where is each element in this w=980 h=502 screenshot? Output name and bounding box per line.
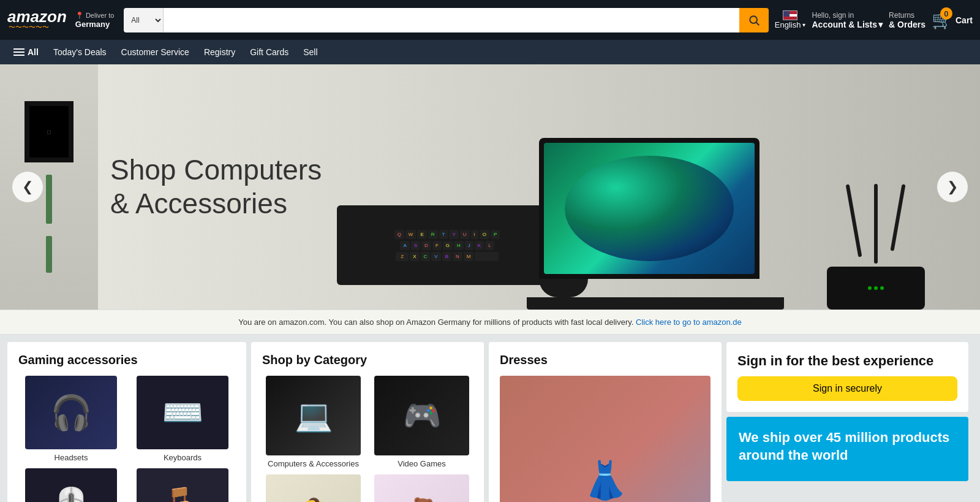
deliver-to-country: Germany [75, 20, 115, 29]
gaming-item-headsets[interactable]: 🎧 Headsets [18, 376, 124, 462]
signin-button[interactable]: Sign in securely [737, 376, 957, 401]
search-bar: All [124, 8, 769, 32]
gaming-card-title: Gaming accessories [18, 353, 235, 367]
keyboards-image: ⌨️ [137, 376, 228, 449]
account-lists-label: Account & Lists [812, 20, 877, 29]
logo-smile: 〜〜〜〜〜〜 [9, 23, 49, 32]
nav-item-sell[interactable]: Sell [297, 42, 323, 62]
headsets-label: Headsets [55, 453, 88, 462]
amazon-de-link[interactable]: Click here to go to amazon.de [636, 318, 742, 327]
nav-item-customer-service[interactable]: Customer Service [115, 42, 195, 62]
language-selector[interactable]: English ▾ [775, 10, 806, 29]
category-grid: 💻 Computers & Accessories 🎮 Video Games … [262, 376, 473, 502]
nav-item-gift-cards[interactable]: Gift Cards [244, 42, 295, 62]
chair-emoji: 🪑 [162, 485, 204, 503]
mouse-emoji: 🖱️ [50, 485, 92, 503]
computers-label: Computers & Accessories [268, 459, 359, 468]
gaming-item-chair[interactable]: 🪑 [130, 468, 235, 502]
account-menu[interactable]: Hello, sign in Account & Lists ▾ [812, 11, 883, 29]
category-computers[interactable]: 💻 Computers & Accessories [262, 376, 364, 468]
svg-point-0 [750, 16, 757, 23]
banner-text: Shop Computers & Accessories [110, 153, 322, 221]
keyboards-label: Keyboards [164, 453, 202, 462]
product-grid: Gaming accessories 🎧 Headsets ⌨️ Keyboar… [0, 335, 980, 502]
dresses-title: Dresses [500, 353, 710, 367]
cart[interactable]: 🛒 0 Cart [932, 10, 973, 30]
gaming-items-grid: 🎧 Headsets ⌨️ Keyboards 🖱️ 🪑 [18, 376, 235, 502]
videogames-label: Video Games [398, 459, 446, 468]
banner-title: Shop Computers & Accessories [110, 153, 322, 221]
germany-notice-text: You are on amazon.com. You can also shop… [238, 318, 633, 327]
toys-image: 🧸 [374, 474, 469, 502]
deliver-to-label: 📍 Deliver to [75, 12, 115, 20]
svg-line-1 [756, 22, 760, 25]
search-icon [748, 14, 760, 26]
baby-image: 👶 [266, 474, 361, 502]
banner-next-button[interactable]: ❯ [937, 172, 968, 202]
signin-title: Sign in for the best experience [737, 353, 957, 369]
category-baby[interactable]: 👶 Baby [262, 474, 364, 502]
nav-item-registry[interactable]: Registry [198, 42, 241, 62]
account-caret-icon: ▾ [878, 20, 883, 29]
cart-count: 0 [940, 7, 952, 20]
chair-image: 🪑 [137, 468, 228, 502]
banner-prev-button[interactable]: ❮ [12, 172, 43, 202]
category-video-games[interactable]: 🎮 Video Games [371, 376, 473, 468]
orders-label: & Orders [889, 20, 925, 29]
dresses-card[interactable]: Dresses 👗 [489, 342, 722, 502]
language-caret-icon: ▾ [802, 21, 805, 28]
nav-item-all[interactable]: All [7, 42, 45, 62]
hamburger-icon [13, 48, 24, 56]
header: amazon 〜〜〜〜〜〜 📍 Deliver to Germany All E… [0, 0, 980, 40]
cart-label: Cart [956, 15, 973, 25]
ship-promo-card[interactable]: We ship over 45 million products around … [726, 417, 968, 481]
gaming-item-keyboards[interactable]: ⌨️ Keyboards [130, 376, 235, 462]
search-button[interactable] [739, 8, 769, 32]
language-label: English [775, 20, 801, 29]
returns-label: Returns [889, 11, 925, 20]
gaming-accessories-card: Gaming accessories 🎧 Headsets ⌨️ Keyboar… [7, 342, 246, 502]
signin-card: Sign in for the best experience Sign in … [726, 342, 968, 412]
mouse-image: 🖱️ [25, 468, 117, 502]
returns-area[interactable]: Returns & Orders [889, 11, 925, 29]
dresses-image: 👗 [500, 376, 710, 502]
videogames-image: 🎮 [374, 376, 469, 455]
ship-promo-title: We ship over 45 million products around … [739, 429, 956, 464]
logo[interactable]: amazon 〜〜〜〜〜〜 [7, 9, 67, 32]
location-icon: 📍 [75, 12, 84, 19]
nav-bar: All Today's Deals Customer Service Regis… [0, 40, 980, 64]
category-card: Shop by Category 💻 Computers & Accessori… [251, 342, 484, 502]
headsets-emoji: 🎧 [50, 393, 92, 433]
germany-notice: You are on amazon.com. You can also shop… [0, 310, 980, 335]
search-category-select[interactable]: All [124, 8, 164, 32]
deliver-to-area[interactable]: 📍 Deliver to Germany [75, 12, 115, 29]
hero-banner: □ Shop Computers & Accessories Q W E R T… [0, 64, 980, 310]
headsets-image: 🎧 [25, 376, 117, 449]
category-card-title: Shop by Category [262, 353, 473, 367]
computers-image: 💻 [266, 376, 361, 455]
gaming-item-mouse[interactable]: 🖱️ [18, 468, 124, 502]
category-toys[interactable]: 🧸 Toys & Games [371, 474, 473, 502]
hello-text: Hello, sign in [812, 11, 883, 20]
nav-item-todays-deals[interactable]: Today's Deals [47, 42, 113, 62]
keyboards-emoji: ⌨️ [162, 393, 204, 433]
right-column: Sign in for the best experience Sign in … [726, 342, 968, 502]
dresses-emoji: 👗 [582, 458, 628, 502]
flag-icon [783, 10, 797, 20]
search-input[interactable] [164, 8, 739, 32]
